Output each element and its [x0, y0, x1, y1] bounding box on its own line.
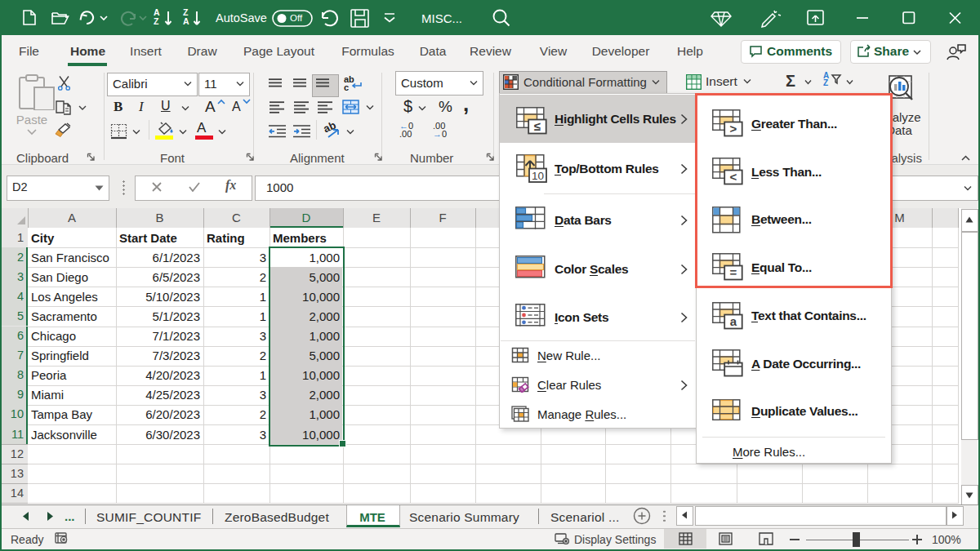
svg-text:a: a [730, 314, 737, 328]
svg-text:≤: ≤ [534, 119, 541, 133]
svg-text:10: 10 [532, 170, 544, 182]
